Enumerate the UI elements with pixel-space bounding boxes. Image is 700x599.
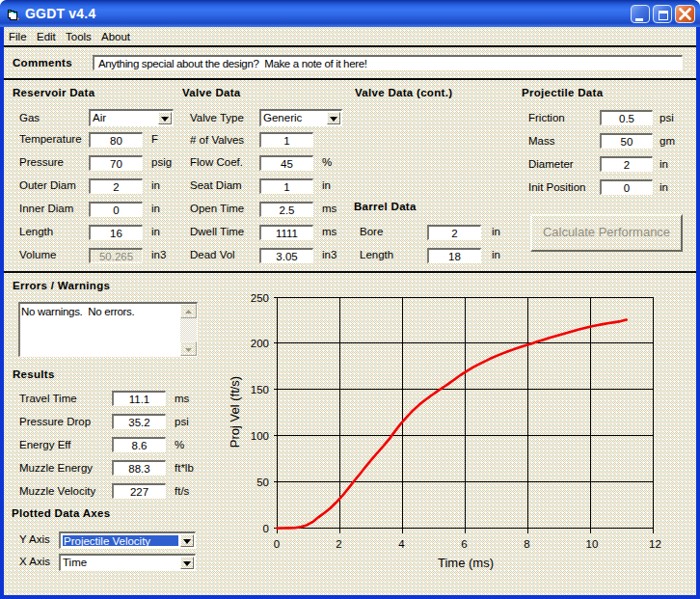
svg-text:4: 4 [398,538,405,550]
svg-text:100: 100 [251,430,269,442]
svg-text:0: 0 [263,523,269,534]
svg-text:Time (ms): Time (ms) [438,556,494,570]
svg-text:6: 6 [461,538,467,550]
svg-text:2: 2 [336,538,341,550]
svg-text:8: 8 [524,538,529,550]
svg-text:200: 200 [251,338,269,349]
svg-text:150: 150 [251,384,269,395]
svg-text:Proj Vel (ft/s): Proj Vel (ft/s) [228,376,242,448]
svg-text:50: 50 [256,476,269,488]
svg-text:10: 10 [586,538,599,550]
svg-text:0: 0 [274,538,280,550]
svg-text:12: 12 [649,538,661,550]
svg-text:250: 250 [251,292,269,304]
